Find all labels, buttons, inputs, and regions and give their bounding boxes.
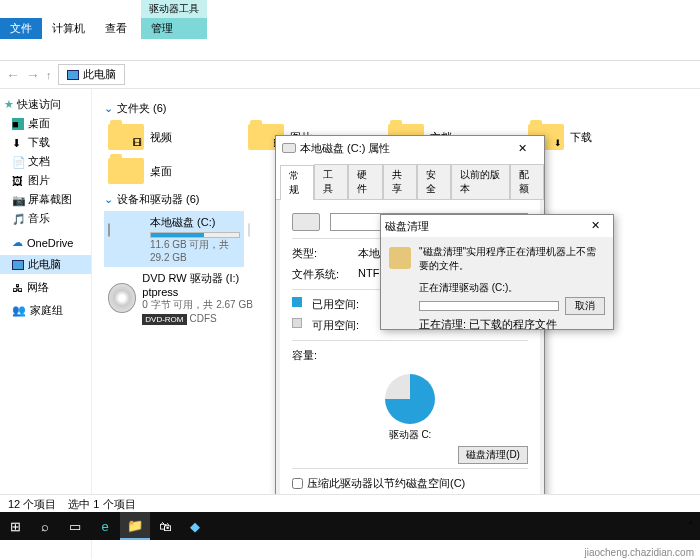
dialog-title: 本地磁盘 (C:) 属性 xyxy=(300,141,390,156)
drive-c[interactable]: 本地磁盘 (C:) 11.6 GB 可用，共 29.2 GB xyxy=(104,211,244,267)
cleanup-cancel-button[interactable]: 取消 xyxy=(565,297,605,315)
disk-cleanup-button[interactable]: 磁盘清理(D) xyxy=(458,446,528,464)
cleanup-close-icon[interactable]: ✕ xyxy=(581,217,609,235)
folder-videos[interactable]: 🎞视频 xyxy=(104,120,244,154)
nav-fwd-icon: → xyxy=(26,67,40,83)
pie-icon xyxy=(385,374,435,424)
drive-dvd[interactable]: DVD RW 驱动器 (I:) ptpress 0 字节 可用，共 2.67 G… xyxy=(104,267,274,328)
sidebar: ★快速访问 ■桌面 ⬇下载 📄文档 🖼图片 📷屏幕截图 🎵音乐 ☁OneDriv… xyxy=(0,89,92,559)
status-selected: 选中 1 个项目 xyxy=(68,497,135,510)
cleanup-icon xyxy=(389,247,411,269)
nav-back-icon[interactable]: ← xyxy=(6,67,20,83)
tray[interactable]: ˄ xyxy=(688,520,700,533)
start-button[interactable]: ⊞ xyxy=(0,512,30,540)
tab-prev[interactable]: 以前的版本 xyxy=(451,164,510,199)
address-bar: ← → ↑ 此电脑 xyxy=(0,61,700,89)
ribbon-context: 驱动器工具 xyxy=(141,0,207,18)
search-icon[interactable]: ⌕ xyxy=(30,512,60,540)
breadcrumb[interactable]: 此电脑 xyxy=(58,64,125,85)
sidebar-item-pictures[interactable]: 🖼图片 xyxy=(4,171,87,190)
explorer-icon[interactable]: 📁 xyxy=(120,512,150,540)
taskbar: ⊞ ⌕ ▭ e 📁 🛍 ◆ ˄ xyxy=(0,512,700,540)
sidebar-item-music[interactable]: 🎵音乐 xyxy=(4,209,87,228)
tab-sharing[interactable]: 共享 xyxy=(383,164,417,199)
sidebar-item-documents[interactable]: 📄文档 xyxy=(4,152,87,171)
nav-up-icon[interactable]: ↑ xyxy=(46,69,52,81)
progress-bar xyxy=(419,301,559,311)
section-folders[interactable]: ⌄ 文件夹 (6) xyxy=(104,97,688,120)
tab-general[interactable]: 常规 xyxy=(280,165,314,200)
folder-desktop[interactable]: 桌面 xyxy=(104,154,244,188)
sidebar-thispc[interactable]: 此电脑 xyxy=(0,255,91,274)
store-icon[interactable]: 🛍 xyxy=(150,512,180,540)
tab-file[interactable]: 文件 xyxy=(0,18,42,39)
edge-icon[interactable]: e xyxy=(90,512,120,540)
cleanup-message: "磁盘清理"实用程序正在清理机器上不需要的文件。 xyxy=(419,245,605,273)
sidebar-item-desktop[interactable]: ■桌面 xyxy=(4,114,87,133)
tab-manage[interactable]: 管理 xyxy=(141,18,207,39)
tray-up-icon[interactable]: ˄ xyxy=(688,520,694,533)
app-icon[interactable]: ◆ xyxy=(180,512,210,540)
sidebar-item-screenshots[interactable]: 📷屏幕截图 xyxy=(4,190,87,209)
tab-hardware[interactable]: 硬件 xyxy=(348,164,382,199)
compress-checkbox[interactable]: 压缩此驱动器以节约磁盘空间(C) xyxy=(292,473,528,494)
sidebar-item-downloads[interactable]: ⬇下载 xyxy=(4,133,87,152)
breadcrumb-text: 此电脑 xyxy=(83,67,116,82)
cleanup-title: 磁盘清理 xyxy=(385,219,429,234)
tab-view[interactable]: 查看 xyxy=(95,18,137,39)
folder-downloads[interactable]: ⬇下载 xyxy=(524,120,664,154)
sidebar-homegroup[interactable]: 👥家庭组 xyxy=(4,301,87,320)
sidebar-onedrive[interactable]: ☁OneDrive xyxy=(4,234,87,251)
tab-computer[interactable]: 计算机 xyxy=(42,18,95,39)
sidebar-network[interactable]: 🖧网络 xyxy=(4,278,87,297)
tab-tools[interactable]: 工具 xyxy=(314,164,348,199)
pc-icon xyxy=(67,70,79,80)
cleanup-dialog: 磁盘清理 ✕ "磁盘清理"实用程序正在清理机器上不需要的文件。 正在清理驱动器 … xyxy=(380,214,614,330)
tab-quota[interactable]: 配额 xyxy=(510,164,544,199)
close-icon[interactable]: ✕ xyxy=(506,142,538,155)
sidebar-quick[interactable]: ★快速访问 xyxy=(4,95,87,114)
status-count: 12 个项目 xyxy=(8,497,56,510)
tab-security[interactable]: 安全 xyxy=(417,164,451,199)
taskview-icon[interactable]: ▭ xyxy=(60,512,90,540)
watermark-url: jiaocheng.chazidian.com xyxy=(584,547,694,558)
